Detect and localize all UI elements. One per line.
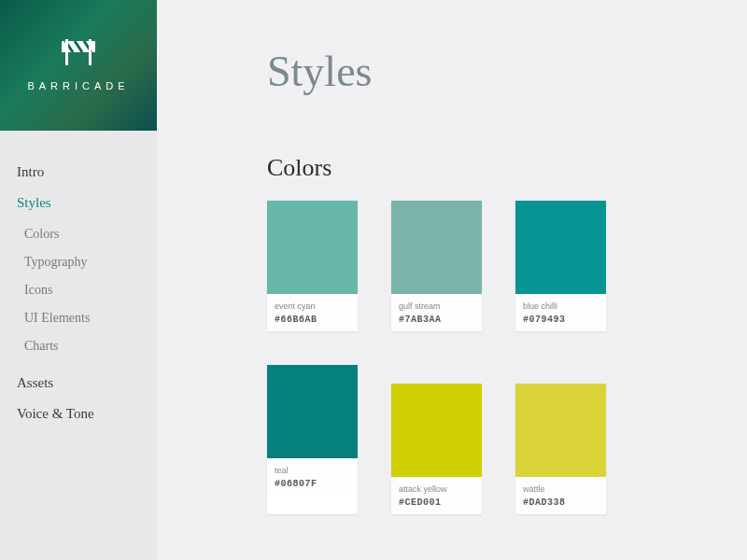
swatch-meta: gulf stream #7AB3AA xyxy=(391,294,482,331)
swatch-wattle: wattle #DAD338 xyxy=(515,384,606,514)
sub-item-ui-elements[interactable]: UI Elements xyxy=(24,304,140,332)
swatch-hex: #7AB3AA xyxy=(399,315,474,325)
sub-item-charts[interactable]: Charts xyxy=(24,332,140,360)
logo-area: BARRICADE xyxy=(0,0,157,131)
swatch-name: wattle xyxy=(523,484,599,494)
sub-item-typography[interactable]: Typography xyxy=(24,248,140,276)
swatch-meta: blue chilli #079493 xyxy=(515,294,606,331)
nav-item-intro[interactable]: Intro xyxy=(17,157,140,188)
swatch-grid: event cyan #66B6AB gulf stream #7AB3AA b… xyxy=(267,201,717,560)
swatch-name: event cyan xyxy=(275,301,350,311)
svg-rect-4 xyxy=(65,39,68,65)
swatch-hex: #079493 xyxy=(523,315,599,325)
swatch-meta: teal #06807F xyxy=(267,458,358,496)
swatch-meta: wattle #DAD338 xyxy=(515,477,606,514)
nav: Intro Styles Colors Typography Icons UI … xyxy=(0,131,157,455)
swatch-event-cyan: event cyan #66B6AB xyxy=(267,201,358,331)
barricade-icon xyxy=(52,39,105,71)
swatch-name: gulf stream xyxy=(399,301,474,311)
swatch-attack-yellow: attack yellow #CED001 xyxy=(391,384,482,514)
swatch-hex: #06807F xyxy=(275,479,350,489)
section-title: Colors xyxy=(267,154,717,182)
swatch-name: attack yellow xyxy=(399,484,474,494)
nav-item-voice-tone[interactable]: Voice & Tone xyxy=(17,399,140,429)
swatch-color xyxy=(515,201,606,294)
sub-item-colors[interactable]: Colors xyxy=(24,220,140,248)
nav-item-assets[interactable]: Assets xyxy=(17,368,140,399)
swatch-color xyxy=(391,384,482,477)
sidebar: BARRICADE Intro Styles Colors Typography… xyxy=(0,0,157,560)
main-content: Styles Colors event cyan #66B6AB gulf st… xyxy=(157,0,747,560)
swatch-teal: teal #06807F xyxy=(267,365,358,514)
swatch-color xyxy=(267,201,358,294)
swatch-color xyxy=(267,365,358,458)
sub-item-icons[interactable]: Icons xyxy=(24,276,140,304)
svg-rect-5 xyxy=(89,39,92,65)
swatch-hex: #66B6AB xyxy=(275,315,350,325)
swatch-meta: attack yellow #CED001 xyxy=(391,477,482,514)
swatch-blue-chilli: blue chilli #079493 xyxy=(515,201,606,331)
swatch-hex: #DAD338 xyxy=(523,497,599,508)
swatch-color xyxy=(391,201,482,294)
swatch-color xyxy=(515,384,606,477)
swatch-name: blue chilli xyxy=(523,301,599,311)
sub-nav: Colors Typography Icons UI Elements Char… xyxy=(17,218,140,368)
swatch-meta: event cyan #66B6AB xyxy=(267,294,358,331)
nav-item-styles[interactable]: Styles xyxy=(17,188,140,218)
swatch-name: teal xyxy=(275,466,350,475)
page-title: Styles xyxy=(267,47,717,96)
brand-name: BARRICADE xyxy=(27,80,129,91)
swatch-gulf-stream: gulf stream #7AB3AA xyxy=(391,201,482,331)
swatch-hex: #CED001 xyxy=(399,497,474,508)
